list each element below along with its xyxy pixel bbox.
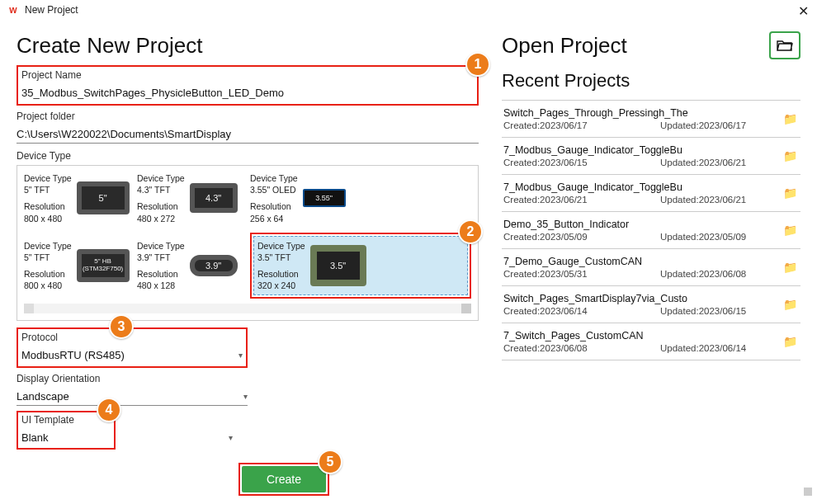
device-type-label: Device Type [17,150,479,162]
project-folder-input[interactable]: C:\Users\W220022\Documents\SmartDisplay [17,125,479,144]
project-name-input[interactable]: 35_Modbus_SwitchPages_PhysicleButton_LED… [21,84,474,101]
recent-item[interactable]: 7_Switch_Pages_CustomCAN Created:2023/06… [502,323,800,360]
folder-icon[interactable]: 📁 [783,112,797,125]
window-title: New Project [25,4,78,16]
device-type-selector: Device Type 5" TFT Resolution 800 x 480 … [17,165,479,321]
folder-open-icon [777,39,793,52]
folder-icon[interactable]: 📁 [783,335,797,348]
open-file-button[interactable] [769,31,800,59]
orientation-dropdown[interactable]: Landscape ▾ [17,388,248,406]
app-logo-icon: w [7,3,20,16]
folder-icon[interactable]: 📁 [783,149,797,163]
title-bar: w New Project [0,0,817,20]
recent-item[interactable]: 7_Demo_Gauge_CustomCAN Created:2023/05/3… [502,249,800,286]
recent-item[interactable]: Switch_Pages_SmartDisplay7via_Custo Crea… [502,286,800,323]
device-scrollbar[interactable] [24,304,471,313]
annotation-badge-2: 2 [458,219,483,244]
chevron-down-icon: ▾ [243,392,248,401]
device-option[interactable]: Device Type 4.3" TFT Resolution 480 x 27… [137,172,245,224]
device-option[interactable]: Device Type 3.55" OLED Resolution 256 x … [250,172,471,224]
chevron-down-icon: ▾ [229,433,233,442]
folder-icon[interactable]: 📁 [783,224,797,237]
open-project-heading: Open Project [502,33,800,59]
folder-icon[interactable]: 📁 [783,186,797,200]
recent-item[interactable]: 7_Modbus_Gauge_Indicator_ToggleBu Create… [502,138,800,175]
annotation-badge-5: 5 [318,450,342,474]
display-icon: 4.3" [190,183,238,213]
chevron-down-icon: ▾ [238,351,243,360]
create-heading: Create New Project [17,33,479,59]
protocol-label: Protocol [21,332,243,343]
template-label: UI Template [21,414,111,426]
folder-icon[interactable]: 📁 [783,261,797,274]
device-option[interactable]: Device Type 5" TFT Resolution 800 x 480 … [24,233,132,299]
display-icon: 5" HB(STM32F750) [77,249,130,282]
orientation-label: Display Orientation [17,373,248,384]
display-icon: 3.55" [303,189,346,207]
recent-item[interactable]: Switch_Pages_Through_Pressingh_The Creat… [502,101,800,138]
display-icon: 3.5" [310,245,366,286]
annotation-badge-4: 4 [97,398,121,422]
folder-icon[interactable]: 📁 [783,298,797,311]
project-name-label: Project Name [21,69,474,81]
device-option-selected[interactable]: Device Type 3.5" TFT Resolution 320 x 24… [253,236,468,296]
recent-item[interactable]: Demo_35_Button_Indicator Created:2023/05… [502,212,800,249]
scroll-left-icon[interactable] [24,304,34,313]
recent-item[interactable]: 7_Modbus_Gauge_Indicator_ToggleBu Create… [502,175,800,212]
project-folder-label: Project folder [17,111,479,122]
annotation-badge-1: 1 [465,52,490,77]
display-icon: 5" [77,181,130,214]
recent-projects-heading: Recent Projects [502,70,800,92]
recent-scrollbar[interactable] [804,148,812,496]
display-icon: 3.9" [190,255,238,276]
create-button[interactable]: Create [242,466,326,492]
recent-projects-list: Switch_Pages_Through_Pressingh_The Creat… [502,100,800,360]
scroll-right-icon[interactable] [461,304,471,313]
template-dropdown[interactable]: Blank ▾ [18,429,233,446]
device-option[interactable]: Device Type 5" TFT Resolution 800 x 480 … [24,172,132,224]
device-option[interactable]: Device Type 3.9" TFT Resolution 480 x 12… [137,233,245,299]
close-button[interactable]: ✕ [798,3,809,19]
protocol-dropdown[interactable]: ModbusRTU (RS485) ▾ [21,346,243,364]
